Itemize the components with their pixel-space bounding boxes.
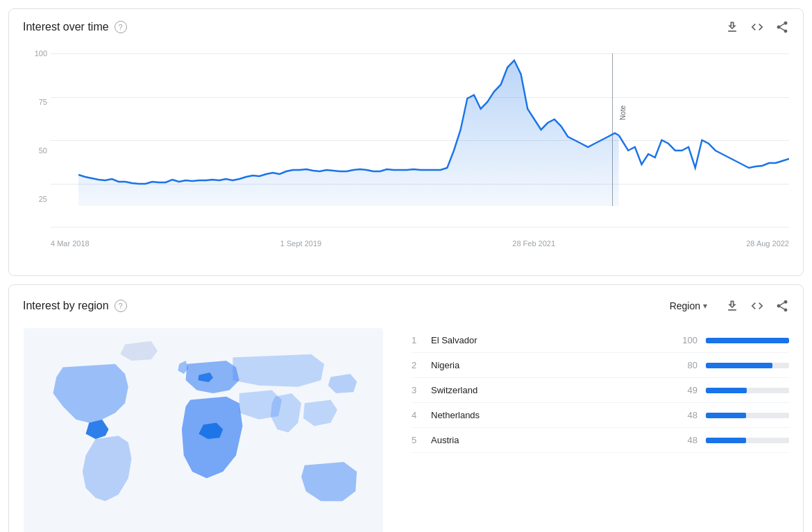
dropdown-arrow-icon: ▾	[703, 301, 707, 311]
region-panel-header: Interest by region ? Region ▾	[9, 285, 803, 321]
x-label-0: 4 Mar 2018	[51, 239, 90, 248]
chart-area: 100 75 50 25 Note	[23, 53, 789, 248]
score-5: 48	[675, 435, 697, 445]
x-label-1: 1 Sept 2019	[280, 239, 321, 248]
region-panel-body: 1 El Salvador 100 2 Nigeria 80 3 Switzer…	[9, 321, 803, 532]
panel-actions	[725, 20, 789, 34]
region-share-icon[interactable]	[775, 299, 789, 313]
region-download-icon[interactable]	[725, 299, 739, 313]
panel-header: Interest over time ?	[9, 9, 803, 40]
region-label: Region	[670, 300, 700, 311]
panel-title-group: Interest over time ?	[23, 21, 127, 33]
help-icon[interactable]: ?	[115, 21, 127, 33]
interest-by-region-panel: Interest by region ? Region ▾	[8, 284, 804, 532]
region-selector[interactable]: Region ▾	[663, 296, 714, 316]
bar-fill-5	[706, 438, 746, 443]
country-netherlands: Netherlands	[431, 410, 667, 420]
bar-fill-3	[706, 388, 747, 393]
ranking-row-2: 2 Nigeria 80	[412, 353, 789, 378]
score-2: 80	[675, 360, 697, 370]
y-label-75: 75	[23, 98, 47, 106]
y-label-100: 100	[23, 49, 47, 58]
y-label-25: 25	[23, 195, 47, 203]
bar-3	[706, 388, 789, 393]
country-switzerland: Switzerland	[431, 385, 667, 395]
y-label-50: 50	[23, 146, 47, 155]
ranking-row-4: 4 Netherlands 48	[412, 403, 789, 428]
line-chart-svg	[78, 53, 789, 206]
download-icon[interactable]	[725, 20, 739, 34]
rank-1: 1	[412, 335, 423, 345]
map-area	[9, 321, 398, 532]
rank-5: 5	[412, 435, 423, 445]
ranking-row-5: 5 Austria 48	[412, 428, 789, 453]
country-nigeria: Nigeria	[431, 360, 667, 370]
bar-fill-2	[706, 363, 772, 368]
region-panel-actions: Region ▾	[663, 296, 789, 316]
chart-container: 100 75 50 25 Note	[9, 40, 803, 275]
x-labels: 4 Mar 2018 1 Sept 2019 28 Feb 2021 28 Au…	[51, 239, 789, 248]
bar-2	[706, 363, 789, 368]
interest-over-time-title: Interest over time	[23, 21, 109, 33]
rank-4: 4	[412, 410, 423, 420]
rankings-area: 1 El Salvador 100 2 Nigeria 80 3 Switzer…	[398, 321, 803, 532]
world-map-svg	[16, 328, 391, 532]
country-austria: Austria	[431, 435, 667, 445]
region-embed-icon[interactable]	[750, 299, 764, 313]
interest-by-region-title: Interest by region	[23, 300, 109, 312]
ranking-row-1: 1 El Salvador 100	[412, 328, 789, 353]
region-help-icon[interactable]: ?	[115, 300, 127, 312]
bar-1	[706, 338, 789, 343]
score-1: 100	[675, 335, 697, 345]
x-label-2: 28 Feb 2021	[512, 239, 555, 248]
interest-over-time-panel: Interest over time ? 100 75 50 25	[8, 8, 804, 276]
score-4: 48	[675, 410, 697, 420]
embed-icon[interactable]	[750, 20, 764, 34]
ranking-row-3: 3 Switzerland 49	[412, 378, 789, 403]
rank-3: 3	[412, 385, 423, 395]
bar-fill-4	[706, 413, 746, 418]
share-icon[interactable]	[775, 20, 789, 34]
bar-fill-1	[706, 338, 789, 343]
bar-5	[706, 438, 789, 443]
x-label-3: 28 Aug 2022	[746, 239, 789, 248]
bar-4	[706, 413, 789, 418]
region-panel-title-group: Interest by region ?	[23, 300, 127, 312]
country-el-salvador: El Salvador	[431, 335, 667, 345]
score-3: 49	[675, 385, 697, 395]
rank-2: 2	[412, 360, 423, 370]
chart-grid: Note	[51, 53, 789, 227]
